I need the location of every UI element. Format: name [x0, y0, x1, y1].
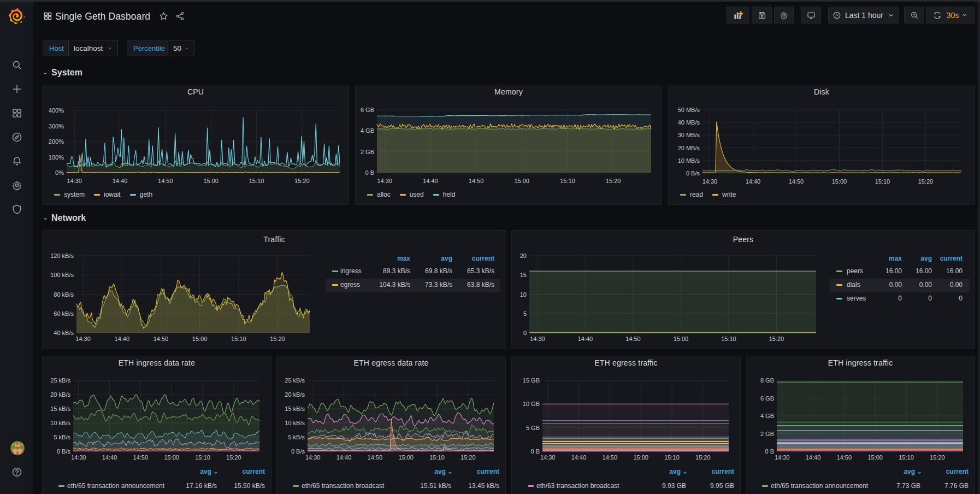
svg-text:14:50: 14:50 — [133, 454, 149, 461]
svg-text:14:30: 14:30 — [75, 336, 91, 342]
svg-text:14:40: 14:40 — [113, 178, 128, 184]
svg-text:15:10: 15:10 — [429, 454, 445, 461]
svg-text:5 kB/s: 5 kB/s — [288, 434, 305, 440]
svg-text:15:10: 15:10 — [721, 336, 736, 342]
svg-text:200%: 200% — [49, 138, 64, 145]
svg-text:0 B/s: 0 B/s — [57, 448, 71, 455]
svg-text:0 B: 0 B — [765, 448, 774, 455]
svg-text:14:40: 14:40 — [746, 178, 761, 185]
svg-text:5: 5 — [523, 310, 527, 317]
svg-text:14:50: 14:50 — [469, 178, 484, 184]
svg-text:5 kB/s: 5 kB/s — [54, 434, 70, 440]
svg-text:10 MB/s: 10 MB/s — [678, 157, 700, 164]
svg-text:15:10: 15:10 — [875, 178, 890, 185]
svg-text:15:10: 15:10 — [664, 454, 680, 461]
svg-text:15 kB/s: 15 kB/s — [285, 405, 305, 412]
svg-text:20 MB/s: 20 MB/s — [678, 145, 700, 151]
svg-text:15:10: 15:10 — [195, 454, 210, 461]
svg-text:14:30: 14:30 — [71, 454, 86, 461]
svg-text:14:40: 14:40 — [571, 454, 587, 461]
svg-text:15:20: 15:20 — [918, 178, 934, 185]
svg-text:15:00: 15:00 — [514, 178, 529, 184]
svg-text:14:30: 14:30 — [67, 178, 82, 184]
svg-text:15:10: 15:10 — [249, 178, 264, 184]
svg-text:15:10: 15:10 — [899, 454, 914, 461]
svg-text:15 kB/s: 15 kB/s — [50, 405, 70, 412]
svg-text:15:00: 15:00 — [867, 454, 883, 461]
svg-text:6 GB: 6 GB — [361, 107, 374, 113]
svg-text:14:50: 14:50 — [158, 178, 173, 184]
svg-text:15:20: 15:20 — [769, 336, 784, 342]
svg-text:15:00: 15:00 — [674, 336, 689, 342]
svg-text:100 kB/s: 100 kB/s — [50, 272, 74, 278]
svg-text:15:10: 15:10 — [231, 336, 246, 342]
svg-text:15:00: 15:00 — [633, 454, 648, 461]
svg-text:14:40: 14:40 — [806, 454, 821, 461]
svg-text:14:50: 14:50 — [837, 454, 852, 461]
svg-text:40 MB/s: 40 MB/s — [678, 119, 700, 126]
svg-text:10 kB/s: 10 kB/s — [285, 420, 305, 426]
svg-text:400%: 400% — [49, 107, 64, 114]
svg-text:0 B: 0 B — [530, 448, 540, 455]
svg-text:14:50: 14:50 — [625, 336, 641, 342]
svg-text:15:00: 15:00 — [832, 178, 847, 185]
svg-text:14:50: 14:50 — [368, 454, 383, 461]
svg-text:14:30: 14:30 — [775, 454, 790, 461]
svg-text:80 kB/s: 80 kB/s — [54, 291, 74, 298]
svg-text:30 MB/s: 30 MB/s — [678, 132, 700, 138]
svg-text:15:20: 15:20 — [270, 336, 285, 342]
svg-text:2 GB: 2 GB — [760, 431, 774, 437]
svg-text:40 kB/s: 40 kB/s — [54, 330, 74, 336]
svg-text:0 B/s: 0 B/s — [686, 170, 700, 177]
svg-text:5 GB: 5 GB — [526, 425, 540, 431]
svg-text:4 GB: 4 GB — [361, 127, 374, 134]
svg-text:10 GB: 10 GB — [523, 401, 540, 407]
svg-text:50 MB/s: 50 MB/s — [678, 107, 700, 113]
svg-text:6 GB: 6 GB — [760, 395, 774, 402]
svg-text:14:40: 14:40 — [102, 454, 117, 461]
svg-text:20 kB/s: 20 kB/s — [50, 391, 70, 398]
svg-text:14:30: 14:30 — [540, 454, 556, 461]
svg-text:15:10: 15:10 — [560, 178, 575, 184]
svg-text:15:00: 15:00 — [192, 336, 208, 342]
svg-text:25 kB/s: 25 kB/s — [285, 377, 305, 384]
svg-text:15:20: 15:20 — [606, 178, 621, 184]
svg-text:14:40: 14:40 — [336, 454, 352, 461]
svg-text:15 GB: 15 GB — [523, 377, 540, 384]
svg-text:14:40: 14:40 — [578, 336, 593, 342]
svg-text:15:20: 15:20 — [930, 454, 945, 461]
svg-text:14:30: 14:30 — [530, 336, 545, 342]
svg-text:0 B/s: 0 B/s — [291, 448, 305, 455]
svg-text:15:20: 15:20 — [695, 454, 711, 461]
svg-text:15:20: 15:20 — [294, 178, 310, 184]
svg-text:120 kB/s: 120 kB/s — [50, 252, 74, 259]
svg-text:14:30: 14:30 — [377, 178, 392, 184]
svg-text:0 B: 0 B — [365, 169, 374, 176]
svg-text:14:40: 14:40 — [423, 178, 438, 184]
svg-text:15:20: 15:20 — [461, 454, 476, 461]
svg-text:14:50: 14:50 — [603, 454, 618, 461]
svg-text:14:50: 14:50 — [789, 178, 804, 185]
svg-text:20 kB/s: 20 kB/s — [285, 391, 305, 398]
svg-text:15: 15 — [520, 272, 527, 278]
svg-text:25 kB/s: 25 kB/s — [50, 377, 70, 384]
svg-text:14:40: 14:40 — [115, 336, 130, 342]
svg-text:10: 10 — [520, 291, 527, 298]
svg-text:14:30: 14:30 — [305, 454, 321, 461]
svg-text:100%: 100% — [49, 154, 64, 161]
svg-text:8 GB: 8 GB — [760, 377, 774, 384]
svg-text:15:00: 15:00 — [203, 178, 219, 184]
svg-text:20: 20 — [520, 252, 527, 259]
svg-text:15:20: 15:20 — [226, 454, 241, 461]
svg-text:0: 0 — [523, 330, 527, 336]
svg-text:15:00: 15:00 — [398, 454, 414, 461]
svg-text:2 GB: 2 GB — [361, 149, 374, 155]
svg-text:14:50: 14:50 — [154, 336, 169, 342]
svg-text:4 GB: 4 GB — [760, 413, 774, 419]
svg-text:14:30: 14:30 — [702, 178, 718, 185]
svg-text:10 kB/s: 10 kB/s — [50, 420, 70, 426]
svg-text:15:00: 15:00 — [164, 454, 179, 461]
svg-text:0%: 0% — [55, 169, 64, 176]
svg-text:300%: 300% — [49, 123, 64, 130]
svg-text:60 kB/s: 60 kB/s — [54, 310, 74, 317]
